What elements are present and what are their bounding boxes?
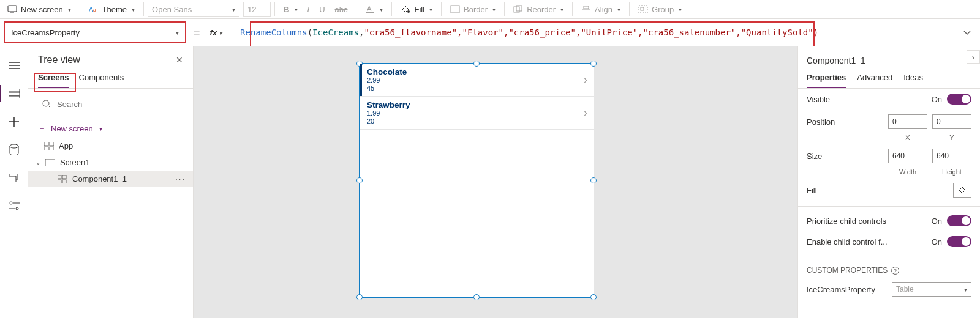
pos-x-input[interactable]: 0 [888, 114, 927, 129]
custom-prop-type[interactable]: Table ▾ [892, 282, 971, 297]
prop-label: Enable child control f... [807, 237, 888, 246]
prop-position: Position 0 0 [798, 109, 980, 134]
pos-y-input[interactable]: 0 [932, 114, 971, 129]
more-icon[interactable]: ··· [175, 174, 186, 183]
font-size-value: 12 [247, 5, 256, 14]
app-icon [44, 142, 54, 150]
formula-args: "cra56_flavorname","Flavor","cra56_price… [364, 28, 818, 37]
font-size-input[interactable]: 12 [243, 2, 271, 17]
tab-properties[interactable]: Properties [807, 69, 846, 88]
custom-prop-row: IceCreamsProperty Table ▾ [798, 277, 980, 301]
bold-button[interactable]: B▾ [279, 1, 302, 18]
svg-rect-12 [639, 6, 647, 13]
border-icon [450, 4, 460, 14]
properties-pane: Component1_1 Properties Advanced Ideas V… [797, 46, 980, 318]
group-button[interactable]: Group ▾ [633, 1, 687, 18]
close-icon[interactable]: ✕ [176, 55, 183, 65]
fill-color-button[interactable] [953, 183, 971, 198]
svg-rect-32 [50, 142, 54, 146]
fill-button[interactable]: Fill ▾ [396, 1, 437, 18]
tree-view-title: Tree view [38, 54, 80, 65]
svg-rect-36 [58, 175, 61, 179]
tree-item-component[interactable]: Component1_1 ··· [28, 171, 193, 187]
tree-tabs: Screens Components [28, 70, 193, 89]
info-icon[interactable]: ? [891, 267, 899, 275]
fill-label: Fill [414, 5, 424, 14]
insert-icon[interactable] [8, 116, 20, 128]
selected-control-name: Component1_1 [798, 46, 980, 69]
tab-components[interactable]: Components [79, 70, 124, 88]
svg-rect-7 [451, 6, 459, 13]
theme-button[interactable]: Aa Theme ▾ [84, 1, 140, 18]
data-icon[interactable] [8, 144, 20, 156]
height-input[interactable]: 640 [932, 149, 971, 163]
tab-advanced[interactable]: Advanced [857, 69, 892, 88]
theme-icon: Aa [89, 4, 99, 14]
tree-view-icon[interactable] [8, 87, 20, 100]
new-screen-button[interactable]: New screen ▾ [2, 1, 76, 18]
border-button[interactable]: Border ▾ [445, 1, 500, 18]
tree-label: Screen1 [60, 158, 89, 167]
font-color-button[interactable]: A ▾ [360, 1, 388, 18]
chevron-right-icon[interactable]: › [584, 73, 587, 86]
gallery-row[interactable]: Chocolate 2.99 45 › [360, 64, 594, 97]
svg-text:?: ? [894, 268, 897, 274]
tab-screens[interactable]: Screens [38, 70, 69, 88]
reorder-button[interactable]: Reorder ▾ [508, 1, 568, 18]
align-icon [581, 4, 591, 14]
canvas[interactable]: Chocolate 2.99 45 › Strawberry 1.99 20 › [194, 46, 797, 318]
prioritize-toggle[interactable] [947, 215, 971, 226]
border-label: Border [464, 5, 488, 14]
screen-icon [7, 4, 17, 14]
chevron-down-icon: ▾ [219, 29, 222, 36]
scroll-right-button[interactable]: › [967, 50, 980, 64]
format-toolbar: New screen ▾ Aa Theme ▾ Open Sans ▾ 12 B… [0, 0, 980, 19]
media-icon[interactable] [8, 172, 20, 184]
expand-formula-button[interactable] [957, 21, 976, 43]
enable-child-toggle[interactable] [947, 236, 971, 247]
tree-view-pane: Tree view ✕ Screens Components ＋ New scr… [28, 46, 194, 318]
hamburger-icon[interactable] [8, 59, 20, 72]
svg-text:a: a [93, 7, 96, 13]
width-input[interactable]: 640 [888, 149, 927, 163]
strike-button[interactable]: abc [330, 1, 353, 18]
prop-fill: Fill [798, 178, 980, 202]
main-area: Tree view ✕ Screens Components ＋ New scr… [0, 46, 980, 318]
row-accent-bar [360, 97, 362, 129]
svg-point-27 [16, 207, 18, 210]
reorder-icon [513, 4, 523, 14]
align-button[interactable]: Align ▾ [576, 1, 625, 18]
svg-point-6 [407, 10, 410, 13]
tab-ideas[interactable]: Ideas [903, 69, 923, 88]
gallery: Chocolate 2.99 45 › Strawberry 1.99 20 › [360, 64, 594, 130]
prop-label: Prioritize child controls [807, 216, 886, 226]
svg-rect-38 [58, 180, 61, 183]
tree-search[interactable] [37, 95, 184, 113]
new-screen-link[interactable]: ＋ New screen ▾ [28, 119, 193, 138]
tree-item-app[interactable]: App [28, 138, 193, 154]
italic-button[interactable]: I [303, 1, 315, 18]
custom-properties-header: CUSTOM PROPERTIES ? [798, 260, 980, 277]
chevron-right-icon[interactable]: › [584, 106, 587, 119]
underline-button[interactable]: U [314, 1, 330, 18]
left-rail [0, 46, 28, 318]
svg-rect-31 [44, 142, 48, 146]
gallery-row[interactable]: Strawberry 1.99 20 › [360, 97, 594, 130]
chevron-down-icon: ▾ [964, 286, 967, 293]
fx-button[interactable]: fx ▾ [208, 28, 225, 37]
svg-rect-37 [62, 175, 66, 179]
svg-point-22 [10, 144, 18, 148]
row-title: Chocolate [367, 67, 584, 76]
property-selector[interactable]: IceCreamsProperty ▾ [4, 21, 186, 43]
search-input[interactable] [56, 99, 179, 109]
visible-toggle[interactable] [947, 94, 971, 105]
toggle-label: On [932, 216, 942, 226]
group-label: Group [652, 5, 674, 14]
svg-rect-34 [50, 147, 54, 150]
custom-prop-name: IceCreamsProperty [807, 285, 875, 294]
formula-input[interactable]: RenameColumns(IceCreams,"cra56_flavornam… [235, 21, 952, 43]
component-on-canvas[interactable]: Chocolate 2.99 45 › Strawberry 1.99 20 › [359, 63, 594, 298]
tree-item-screen1[interactable]: ⌄ Screen1 [28, 154, 193, 171]
settings-icon[interactable] [8, 200, 20, 212]
font-select[interactable]: Open Sans ▾ [148, 2, 239, 17]
